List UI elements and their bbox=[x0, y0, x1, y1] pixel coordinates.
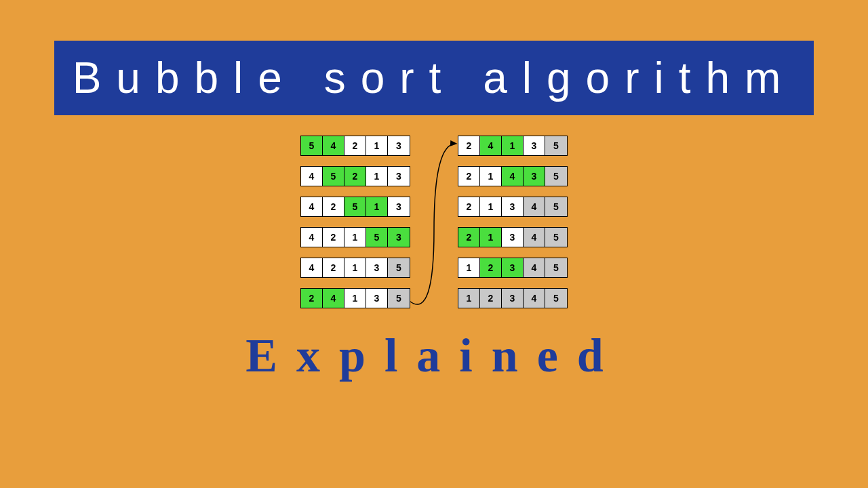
array-cell: 4 bbox=[480, 136, 502, 155]
array-cell: 1 bbox=[480, 197, 502, 216]
array-cell: 3 bbox=[502, 258, 524, 277]
array-cell: 1 bbox=[480, 228, 502, 247]
array-cell: 1 bbox=[502, 136, 524, 155]
array-cell: 3 bbox=[502, 197, 524, 216]
array-cell: 3 bbox=[388, 136, 410, 155]
array-cell: 2 bbox=[480, 258, 502, 277]
array-cell: 1 bbox=[344, 258, 366, 277]
array-cell: 4 bbox=[301, 167, 323, 186]
array-cell: 5 bbox=[344, 197, 366, 216]
array-row: 12345 bbox=[458, 288, 568, 308]
array-cell: 2 bbox=[323, 228, 344, 247]
array-row: 21345 bbox=[458, 227, 568, 247]
array-row: 24135 bbox=[458, 136, 568, 156]
right-pass-column: 241352143521345213451234512345 bbox=[458, 136, 568, 308]
array-cell: 2 bbox=[458, 136, 480, 155]
array-cell: 4 bbox=[524, 289, 545, 308]
array-cell: 4 bbox=[301, 197, 323, 216]
array-cell: 4 bbox=[524, 258, 545, 277]
array-cell: 2 bbox=[458, 167, 480, 186]
array-cell: 2 bbox=[323, 258, 344, 277]
array-cell: 5 bbox=[545, 289, 567, 308]
sort-diagram: 542134521342513421534213524135 241352143… bbox=[0, 136, 868, 308]
array-cell: 4 bbox=[301, 228, 323, 247]
array-row: 12345 bbox=[458, 258, 568, 278]
array-cell: 1 bbox=[480, 167, 502, 186]
array-cell: 3 bbox=[524, 167, 545, 186]
array-cell: 4 bbox=[301, 258, 323, 277]
array-cell: 1 bbox=[458, 258, 480, 277]
array-cell: 5 bbox=[545, 258, 567, 277]
array-cell: 2 bbox=[323, 197, 344, 216]
array-cell: 3 bbox=[366, 289, 388, 308]
array-row: 21435 bbox=[458, 166, 568, 186]
array-cell: 5 bbox=[545, 228, 567, 247]
array-cell: 1 bbox=[344, 228, 366, 247]
array-row: 42135 bbox=[300, 258, 410, 278]
array-row: 24135 bbox=[300, 288, 410, 308]
array-cell: 3 bbox=[502, 228, 524, 247]
array-cell: 5 bbox=[388, 289, 410, 308]
array-cell: 2 bbox=[344, 167, 366, 186]
left-pass-column: 542134521342513421534213524135 bbox=[300, 136, 410, 308]
array-cell: 3 bbox=[502, 289, 524, 308]
array-cell: 2 bbox=[458, 228, 480, 247]
array-row: 54213 bbox=[300, 136, 410, 156]
array-cell: 4 bbox=[323, 136, 344, 155]
array-row: 42513 bbox=[300, 197, 410, 217]
array-cell: 5 bbox=[323, 167, 344, 186]
array-cell: 2 bbox=[344, 136, 366, 155]
array-cell: 3 bbox=[366, 258, 388, 277]
page-title: Bubble sort algorithm bbox=[54, 41, 814, 115]
array-cell: 3 bbox=[388, 167, 410, 186]
array-cell: 5 bbox=[388, 258, 410, 277]
array-cell: 1 bbox=[366, 167, 388, 186]
array-cell: 1 bbox=[366, 136, 388, 155]
array-cell: 5 bbox=[366, 228, 388, 247]
array-row: 21345 bbox=[458, 197, 568, 217]
array-cell: 3 bbox=[524, 136, 545, 155]
array-cell: 1 bbox=[344, 289, 366, 308]
array-cell: 4 bbox=[524, 197, 545, 216]
array-cell: 1 bbox=[366, 197, 388, 216]
array-cell: 5 bbox=[545, 136, 567, 155]
array-cell: 5 bbox=[545, 197, 567, 216]
array-cell: 3 bbox=[388, 228, 410, 247]
array-cell: 5 bbox=[301, 136, 323, 155]
array-cell: 2 bbox=[480, 289, 502, 308]
array-cell: 1 bbox=[458, 289, 480, 308]
array-cell: 4 bbox=[502, 167, 524, 186]
array-row: 45213 bbox=[300, 166, 410, 186]
array-cell: 4 bbox=[524, 228, 545, 247]
array-cell: 5 bbox=[545, 167, 567, 186]
array-cell: 2 bbox=[458, 197, 480, 216]
subtitle: Explained bbox=[0, 329, 868, 383]
array-row: 42153 bbox=[300, 227, 410, 247]
array-cell: 4 bbox=[323, 289, 344, 308]
array-cell: 3 bbox=[388, 197, 410, 216]
array-cell: 2 bbox=[301, 289, 323, 308]
